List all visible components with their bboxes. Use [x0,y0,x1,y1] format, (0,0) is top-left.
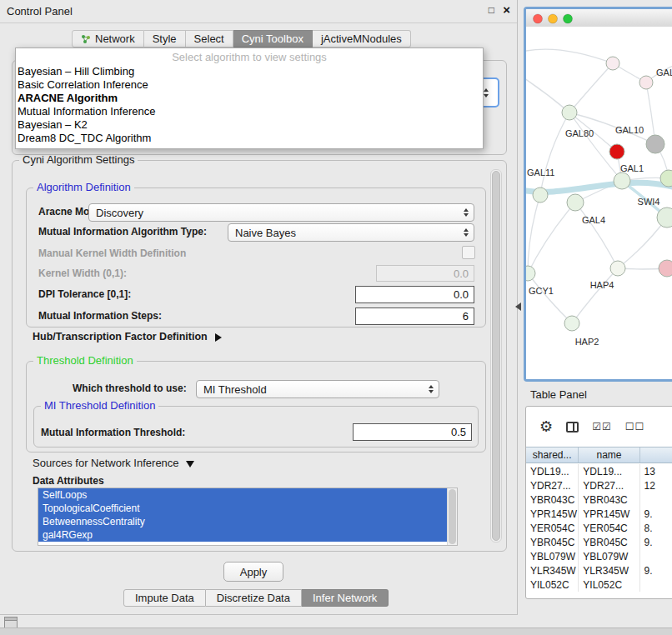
minimize-traffic-light[interactable] [549,14,558,23]
tab-jactivemnodules[interactable]: jActiveMNodules [313,30,411,48]
dpi-tolerance-field[interactable]: 0.0 [355,286,474,303]
column-chooser-icon[interactable] [566,422,579,432]
table-row[interactable]: YER054C YER054C 8. [526,521,672,535]
hub-definition-toggle[interactable]: Hub/Transcription Factor Definition [33,331,222,342]
network-node-hap2[interactable] [564,316,579,331]
mi-algorithm-type-value: Naive Bayes [235,227,296,239]
table-cell: 8. [640,521,672,535]
table-cell: YDR27... [526,478,579,492]
table-row[interactable]: YLR345W YLR345W 9. [526,563,672,578]
attribute-item-selected[interactable]: BetweennessCentrality [38,515,448,528]
tab-label: Network [95,32,135,45]
tab-label: Select [194,32,224,45]
algorithm-definition-group: Algorithm Definition Aracne Mode: Discov… [26,188,486,328]
splitter-collapse-arrow[interactable] [515,302,521,311]
column-header[interactable] [640,448,672,462]
network-view-window: GAL7 GAL80 GAL10 GAL11 GAL1 SWI4 GAL4 GC… [524,7,672,382]
desktop: Control Panel □ × Network Style Select C… [0,0,672,635]
column-header[interactable]: shared... [526,448,579,462]
tab-infer-network[interactable]: Infer Network [302,589,389,607]
tab-network[interactable]: Network [72,30,144,48]
attribute-item-selected[interactable]: TopologicalCoefficient [38,502,448,515]
algorithm-option[interactable]: Basic Correlation Inference [16,78,483,92]
table-row[interactable]: YDL19... YDL19... 13 [526,464,672,478]
network-node[interactable] [646,135,664,153]
node-label: GAL7 [656,68,672,78]
control-panel-title: Control Panel [7,5,73,18]
tab-impute-data[interactable]: Impute Data [123,589,206,607]
table-cell: YPR145W [579,507,639,521]
table-row[interactable]: YBR043C YBR043C [526,492,672,507]
algorithm-option[interactable]: Bayesian – K2 [16,118,483,132]
network-canvas[interactable]: GAL7 GAL80 GAL10 GAL11 GAL1 SWI4 GAL4 GC… [526,27,672,379]
tab-discretize-data[interactable]: Discretize Data [206,589,302,607]
table-cell: YIL052C [526,578,579,592]
combo-arrows-icon [464,228,469,237]
kernel-width-field[interactable]: 0.0 [376,265,474,282]
mi-threshold-group-title: MI Threshold Definition [41,399,158,412]
data-attributes-label: Data Attributes [33,475,104,487]
tab-select[interactable]: Select [186,30,233,48]
mi-algorithm-type-select[interactable]: Naive Bayes [228,223,474,242]
network-node[interactable] [606,57,619,70]
network-node[interactable] [659,260,672,277]
stepper-down-icon [484,94,489,98]
network-node-gal80[interactable] [562,105,577,120]
algorithm-option-selected[interactable]: ARACNE Algorithm [16,92,483,105]
settings-scrollbar-thumb[interactable] [492,171,500,541]
attribute-item-selected[interactable]: gal4RGexp [38,528,448,542]
status-strip [0,628,672,635]
tab-label: Cyni Toolbox [242,32,303,45]
stepper-up-icon [484,88,489,92]
deselect-all-checks-icon[interactable]: ☐☐ [625,421,645,432]
network-node-gal1[interactable] [614,172,630,189]
list-scrollbar-thumb[interactable] [449,489,456,544]
node-label: GAL10 [615,125,644,135]
sources-toggle[interactable]: Sources for Network Inference [33,457,194,469]
bottom-tabbar: Impute Data Discretize Data Infer Networ… [123,589,389,607]
zoom-traffic-light[interactable] [564,14,573,23]
gear-icon[interactable]: ⚙ [539,418,553,436]
settings-scrollbar[interactable] [490,169,502,542]
close-traffic-light[interactable] [534,14,543,23]
column-header[interactable]: name [579,448,639,462]
float-window-icon[interactable]: □ [489,4,494,16]
algorithm-option[interactable]: Bayesian – Hill Climbing [16,65,483,78]
node-label: HAP2 [575,337,599,347]
apply-button[interactable]: Apply [223,562,283,582]
tab-label: jActiveMNodules [321,32,402,45]
combo-arrows-icon [429,385,434,393]
algorithm-option[interactable]: Mutual Information Inference [16,105,483,118]
expanded-arrow-icon [186,461,194,468]
manual-kernel-width-checkbox[interactable] [462,246,475,259]
table-cell: YBR045C [579,535,639,549]
select-all-checks-icon[interactable]: ☑☑ [592,421,612,432]
mi-algorithm-type-label: Mutual Information Algorithm Type: [38,226,207,238]
mi-threshold-label: Mutual Information Threshold: [41,427,185,438]
mi-threshold-group: MI Threshold Definition Mutual Informati… [33,406,479,448]
tab-style[interactable]: Style [144,30,186,48]
network-node-hap4[interactable] [610,261,625,276]
network-node-gcy1[interactable] [526,266,535,281]
control-panel-titlebar: Control Panel □ × [0,0,517,23]
tab-cyni-toolbox[interactable]: Cyni Toolbox [233,30,313,48]
settings-group-title: Cyni Algorithm Settings [19,153,138,166]
table-row[interactable]: YPR145W YPR145W 9. [526,507,672,521]
network-node-gal10[interactable] [609,144,624,159]
mi-threshold-field[interactable]: 0.5 [353,423,472,441]
table-row[interactable]: YBL079W YBL079W [526,549,672,563]
network-node-gal11[interactable] [533,188,548,202]
algorithm-option[interactable]: Dream8 DC_TDC Algorithm [16,132,483,145]
table-row[interactable]: YDR27... YDR27... 12 [526,478,672,492]
mi-steps-field[interactable]: 6 [355,308,474,325]
table-row[interactable]: YIL052C YIL052C [526,578,672,592]
aracne-mode-select[interactable]: Discovery [88,203,474,222]
network-node-gal4[interactable] [567,194,584,211]
table-row[interactable]: YBR045C YBR045C 9. [526,535,672,549]
which-threshold-select[interactable]: MI Threshold [196,380,439,398]
close-icon[interactable]: × [503,2,510,17]
attribute-item-selected[interactable]: SelfLoops [38,488,448,502]
docked-panel-icon[interactable] [4,617,18,628]
list-scrollbar[interactable] [447,488,457,545]
network-node[interactable] [639,76,653,89]
